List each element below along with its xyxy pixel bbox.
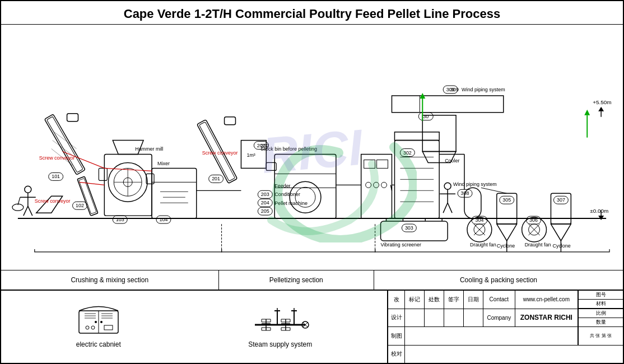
svg-marker-82	[394, 132, 439, 141]
svg-text:Mixer: Mixer	[157, 161, 170, 166]
steam-supply-icon	[249, 305, 311, 336]
svg-text:Pellet machine: Pellet machine	[274, 200, 308, 206]
svg-rect-86	[392, 96, 503, 113]
svg-text:201: 201	[212, 176, 220, 181]
svg-rect-144	[364, 160, 375, 168]
svg-text:309: 309	[446, 87, 455, 92]
svg-text:Draught fan: Draught fan	[525, 242, 551, 248]
svg-text:307: 307	[557, 197, 565, 203]
bottom-area: electric cabniet	[1, 290, 623, 363]
svg-point-146	[366, 182, 371, 188]
steam-supply-legend: Steam supply system	[248, 305, 312, 348]
svg-text:101: 101	[52, 174, 60, 179]
svg-text:102: 102	[76, 203, 84, 208]
svg-text:308: 308	[461, 190, 469, 196]
svg-line-141	[481, 188, 507, 193]
svg-text:Screw conveyor: Screw conveyor	[202, 150, 238, 156]
svg-text:302: 302	[403, 150, 412, 156]
page-title: Cape Verde 1-2T/H Commercial Poultry Fee…	[1, 7, 623, 21]
svg-point-170	[91, 326, 95, 329]
tb-date: 日期	[464, 291, 483, 309]
tb-right-5: 共 张 第 张	[578, 327, 623, 345]
svg-text:Cyclone: Cyclone	[497, 243, 515, 249]
svg-line-10	[24, 206, 28, 216]
svg-point-148	[381, 182, 387, 188]
svg-line-99	[443, 203, 448, 213]
svg-text:304: 304	[475, 217, 483, 223]
tb-sign: 签字	[444, 291, 464, 309]
tb-gai: 改	[388, 291, 405, 309]
svg-point-161	[95, 321, 97, 323]
svg-rect-145	[377, 160, 388, 168]
svg-rect-15	[47, 116, 83, 172]
svg-point-162	[100, 321, 103, 323]
svg-text:Wind piping system: Wind piping system	[462, 87, 505, 92]
svg-text:305: 305	[502, 197, 511, 203]
svg-text:Hammer mill: Hammer mill	[135, 146, 163, 152]
svg-point-7	[25, 186, 31, 193]
svg-text:Cyclone: Cyclone	[552, 243, 570, 249]
svg-text:Conditioner: Conditioner	[274, 192, 300, 197]
svg-text:Feeder: Feeder	[274, 183, 290, 189]
section-label-crushing: Crushing & mixing section	[1, 270, 219, 290]
section-label-pelletizing: Pelletizing section	[219, 270, 375, 290]
svg-text:30: 30	[423, 114, 429, 119]
title-area: Cape Verde 1-2T/H Commercial Poultry Fee…	[1, 1, 623, 25]
svg-rect-40	[152, 168, 197, 218]
svg-text:306: 306	[529, 217, 538, 223]
page-container: Cape Verde 1-2T/H Commercial Poultry Fee…	[0, 0, 624, 364]
svg-text:Vibrating screener: Vibrating screener	[381, 242, 422, 248]
svg-rect-24	[104, 155, 152, 216]
svg-text:Stock bin before pelleting: Stock bin before pelleting	[260, 146, 317, 152]
svg-line-11	[28, 206, 32, 216]
svg-rect-19	[67, 114, 78, 122]
svg-rect-51	[225, 117, 236, 125]
svg-point-96	[444, 183, 451, 189]
tb-contact-label: Contact	[483, 291, 515, 309]
svg-marker-130	[551, 224, 571, 241]
svg-marker-2	[598, 107, 604, 111]
svg-point-169	[86, 326, 89, 329]
tb-jiaodui: 校对	[388, 346, 405, 363]
tb-count: 处数	[425, 291, 444, 309]
section-label-cooling: Cooling & packing section	[374, 270, 623, 290]
tb-company-value: ZONSTAR RICHI	[515, 309, 578, 327]
svg-text:Draught fan: Draught fan	[470, 242, 496, 248]
tb-empty3	[444, 309, 464, 327]
section-labels-bar: Crushing & mixing section Pelletizing se…	[1, 270, 623, 290]
legend-area: electric cabniet	[1, 291, 388, 363]
tb-sheji: 设计	[388, 309, 405, 327]
svg-text:Wind piping system: Wind piping system	[453, 181, 497, 187]
tb-right-3: 比例	[578, 309, 623, 318]
tb-empty5	[405, 327, 578, 345]
diagram-svg: +5.50m ±0.00m	[1, 25, 623, 290]
svg-text:204: 204	[261, 200, 269, 206]
svg-text:203: 203	[261, 192, 269, 197]
svg-marker-117	[497, 224, 517, 241]
tb-right-1: 图号	[578, 291, 623, 300]
tb-empty4	[464, 309, 483, 327]
svg-text:±0.00m: ±0.00m	[590, 208, 608, 214]
title-block: 改 标记 处数 签字 日期 Contact www.cn-pellet.com …	[388, 291, 623, 363]
electric-cabinet-legend: electric cabniet	[76, 305, 121, 348]
svg-line-100	[448, 203, 452, 213]
steam-supply-label: Steam supply system	[248, 340, 312, 348]
svg-text:Screw conveyor: Screw conveyor	[35, 198, 71, 204]
svg-rect-171	[104, 325, 113, 330]
tb-mark: 标记	[405, 291, 425, 309]
svg-text:103: 103	[116, 217, 124, 222]
electric-cabinet-icon	[76, 305, 121, 336]
svg-text:104: 104	[159, 217, 167, 222]
svg-point-147	[374, 182, 379, 188]
tb-right-4: 数量	[578, 318, 623, 326]
svg-text:303: 303	[405, 225, 413, 231]
tb-contact-value: www.cn-pellet.com	[515, 291, 578, 309]
tb-right-2: 材料	[578, 300, 623, 309]
svg-marker-153	[584, 110, 590, 115]
svg-text:205: 205	[261, 208, 269, 214]
svg-text:Screw conveyor: Screw conveyor	[39, 155, 75, 161]
tb-empty6	[405, 346, 623, 363]
svg-rect-14	[44, 114, 85, 175]
main-diagram: RICI +5.50m ±0.00m	[1, 25, 623, 290]
svg-rect-30	[99, 168, 107, 180]
